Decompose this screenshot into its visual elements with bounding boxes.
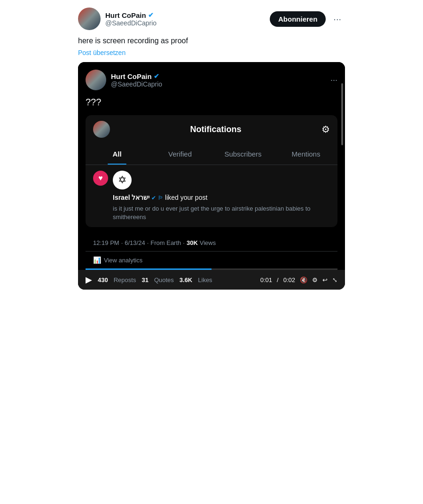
- video-stats: 430 Reposts 31 Quotes 3.6K Likes: [98, 276, 212, 284]
- notif-action-verb: liked your post: [165, 194, 207, 201]
- video-progress-fill: [86, 268, 212, 270]
- inner-tweet-text: ???: [86, 97, 337, 108]
- header-actions: Abonnieren ···: [270, 11, 345, 27]
- notifications-tabs: All Verified Subscribers Mentions: [86, 143, 337, 165]
- inner-user-handle: @SaeedDiCaprio: [111, 80, 162, 88]
- quotes-count: 31: [141, 276, 148, 284]
- notif-action-text: Israel ישראל ✔ 🏳 liked your post: [113, 193, 330, 203]
- fullscreen-icon[interactable]: ⤡: [332, 276, 337, 284]
- notifications-header: Notifications ⚙: [86, 115, 337, 143]
- inner-user-info: Hurt CoPain ✔ @SaeedDiCaprio: [111, 72, 162, 88]
- settings-icon[interactable]: ⚙: [321, 124, 330, 135]
- inner-tweet-header-left: Hurt CoPain ✔ @SaeedDiCaprio: [86, 70, 162, 90]
- tab-all[interactable]: All: [86, 143, 149, 165]
- notifications-panel: Notifications ⚙ All Verified Subscribers…: [86, 115, 337, 227]
- notification-item: ♥ ✡ Israel ישראל ✔ 🏳 liked your post: [86, 165, 337, 227]
- tweet-time: 12:19 PM: [93, 239, 119, 246]
- video-controls: ▶ 430 Reposts 31 Quotes 3.6K Likes 0:01 …: [78, 270, 345, 290]
- rewind-icon[interactable]: ↩: [322, 276, 328, 284]
- inner-tweet-area: Hurt CoPain ✔ @SaeedDiCaprio ··· ??? Not…: [78, 62, 345, 270]
- video-time-current: 0:01: [260, 276, 272, 284]
- user-info: Hurt CoPain ✔ @SaeedDiCaprio: [105, 11, 157, 27]
- play-button[interactable]: ▶: [86, 275, 92, 285]
- verified-icon-small: ✔ 🏳: [151, 195, 165, 201]
- dot-separator-3: ·: [183, 239, 185, 246]
- dot-separator-1: ·: [121, 239, 123, 246]
- tweet-meta: 12:19 PM · 6/13/24 · From Earth · 30K Vi…: [86, 235, 337, 251]
- reposts-count: 430: [98, 276, 108, 284]
- tweet-views-label: Views: [200, 239, 216, 246]
- notif-left-icons: ♥: [93, 171, 108, 186]
- notif-body: ✡ Israel ישראל ✔ 🏳 liked your post is it…: [113, 171, 330, 221]
- notif-actor-row: ✡: [113, 171, 330, 189]
- likes-label: Likes: [198, 276, 212, 284]
- tweet-date: 6/13/24: [125, 239, 145, 246]
- tweet-views-count: 30K: [187, 239, 198, 246]
- translate-link[interactable]: Post übersetzen: [78, 49, 345, 56]
- inner-tweet-header: Hurt CoPain ✔ @SaeedDiCaprio ···: [86, 70, 337, 90]
- dot-separator-2: ·: [147, 239, 149, 246]
- quotes-label: Quotes: [154, 276, 174, 284]
- inner-display-name: Hurt CoPain: [111, 72, 152, 80]
- notif-avatar: [93, 121, 110, 138]
- israel-flag-icon: ✡: [113, 171, 132, 189]
- tweet-container: Hurt CoPain ✔ @SaeedDiCaprio Abonnieren …: [70, 0, 352, 297]
- tab-verified[interactable]: Verified: [149, 143, 212, 165]
- tweet-header-left: Hurt CoPain ✔ @SaeedDiCaprio: [78, 8, 157, 30]
- notifications-title: Notifications: [110, 125, 321, 134]
- subscribe-button[interactable]: Abonnieren: [270, 11, 326, 27]
- username-row: Hurt CoPain ✔: [105, 11, 157, 19]
- video-right-controls: 0:01 / 0:02 🔇 ⚙ ↩ ⤡: [260, 276, 337, 284]
- video-time-sep: /: [277, 276, 279, 284]
- view-analytics-label: View analytics: [104, 257, 142, 264]
- view-analytics[interactable]: 📊 View analytics: [86, 251, 337, 268]
- inner-username-row: Hurt CoPain ✔: [111, 72, 162, 80]
- notif-post-preview: is it just me or do u ever just get the …: [113, 205, 330, 221]
- tweet-text: here is screen recording as proof: [78, 36, 345, 46]
- video-time-total: 0:02: [283, 276, 295, 284]
- tweet-header: Hurt CoPain ✔ @SaeedDiCaprio Abonnieren …: [78, 8, 345, 30]
- tab-subscribers[interactable]: Subscribers: [212, 143, 274, 165]
- tab-mentions[interactable]: Mentions: [274, 143, 337, 165]
- volume-icon[interactable]: 🔇: [300, 276, 307, 284]
- reposts-label: Reposts: [114, 276, 136, 284]
- likes-count: 3.6K: [180, 276, 192, 284]
- notif-actor-name: Israel ישראל: [113, 194, 149, 201]
- user-handle: @SaeedDiCaprio: [105, 19, 157, 27]
- more-options-button[interactable]: ···: [329, 12, 345, 26]
- inner-more-options[interactable]: ···: [330, 75, 337, 85]
- media-card: Hurt CoPain ✔ @SaeedDiCaprio ··· ??? Not…: [78, 62, 345, 290]
- video-progress-bar[interactable]: [86, 268, 337, 270]
- video-controls-left: ▶ 430 Reposts 31 Quotes 3.6K Likes: [86, 275, 212, 285]
- verified-icon: ✔: [148, 11, 154, 19]
- inner-avatar: [86, 70, 106, 90]
- avatar: [78, 8, 101, 30]
- inner-scrollbar: [341, 83, 343, 146]
- notif-content: Israel ישראל ✔ 🏳 liked your post is it j…: [113, 193, 330, 221]
- display-name: Hurt CoPain: [105, 11, 146, 19]
- settings-video-icon[interactable]: ⚙: [312, 276, 318, 284]
- inner-verified-icon: ✔: [154, 72, 159, 80]
- tweet-location: From Earth: [150, 239, 181, 246]
- analytics-bar-icon: 📊: [93, 256, 101, 264]
- heart-icon: ♥: [93, 171, 108, 186]
